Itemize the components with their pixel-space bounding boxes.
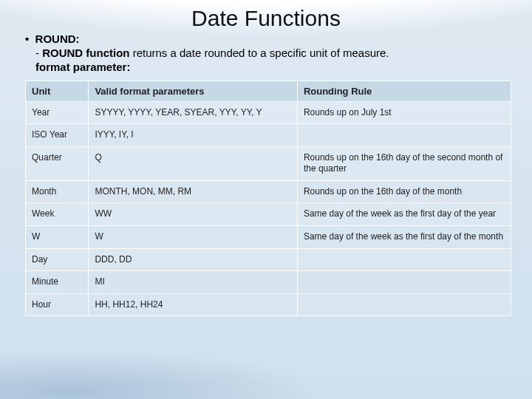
cell-unit: Day [26, 248, 89, 271]
cell-rule [297, 293, 511, 316]
table-row: WWSame day of the week as the first day … [26, 226, 511, 249]
table-header-row: Unit Valid format parameters Rounding Ru… [26, 81, 511, 101]
cell-rule: Rounds up on the 16th day of the month [297, 180, 511, 203]
cell-params: SYYYY, YYYY, YEAR, SYEAR, YYY, YY, Y [89, 101, 298, 124]
cell-rule [297, 248, 511, 271]
cell-unit: Minute [26, 271, 89, 294]
cell-rule: Same day of the week as the first day of… [297, 203, 511, 226]
table-row: WeekWWSame day of the week as the first … [26, 203, 511, 226]
cell-params: WW [89, 203, 298, 226]
cell-unit: Month [26, 180, 89, 203]
th-params: Valid format parameters [89, 81, 298, 101]
table-row: MinuteMI [26, 271, 511, 294]
table-row: YearSYYYY, YYYY, YEAR, SYEAR, YYY, YY, Y… [26, 101, 511, 124]
cell-rule: Rounds up on July 1st [297, 101, 511, 124]
format-param-label: format parameter: [35, 61, 511, 75]
cell-unit: Hour [26, 293, 89, 316]
round-desc-bold: ROUND function [42, 47, 129, 59]
cell-unit: ISO Year [26, 124, 89, 147]
table-row: DayDDD, DD [26, 248, 511, 271]
table-row: HourHH, HH12, HH24 [26, 293, 511, 316]
cell-params: W [89, 226, 298, 249]
cell-unit: Week [26, 203, 89, 226]
cell-unit: Quarter [26, 146, 89, 180]
format-table: Unit Valid format parameters Rounding Ru… [25, 81, 511, 317]
bullet-round: • ROUND: [25, 33, 511, 45]
page-title: Date Functions [0, 0, 532, 33]
round-desc-rest: returns a date rounded to a specific uni… [130, 47, 389, 59]
bullet-round-label: ROUND: [35, 33, 80, 45]
cell-unit: W [26, 226, 89, 249]
cell-params: DDD, DD [89, 248, 298, 271]
cell-rule: Rounds up on the 16th day of the second … [297, 146, 511, 180]
slide-content: • ROUND: - ROUND function returns a date… [0, 33, 532, 316]
cell-unit: Year [26, 101, 89, 124]
cell-params: MONTH, MON, MM, RM [89, 180, 298, 203]
round-desc-prefix: - [35, 47, 42, 59]
table-row: QuarterQRounds up on the 16th day of the… [26, 146, 511, 180]
cell-rule [297, 124, 511, 147]
table-row: ISO YearIYYY, IY, I [26, 124, 511, 147]
table-row: MonthMONTH, MON, MM, RMRounds up on the … [26, 180, 511, 203]
cell-params: HH, HH12, HH24 [89, 293, 298, 316]
cell-params: Q [89, 146, 298, 180]
th-rule: Rounding Rule [297, 81, 511, 101]
cell-params: MI [89, 271, 298, 294]
round-description: - ROUND function returns a date rounded … [35, 47, 511, 61]
cell-rule: Same day of the week as the first day of… [297, 226, 511, 249]
cell-rule [297, 271, 511, 294]
th-unit: Unit [26, 81, 89, 101]
cell-params: IYYY, IY, I [89, 124, 298, 147]
